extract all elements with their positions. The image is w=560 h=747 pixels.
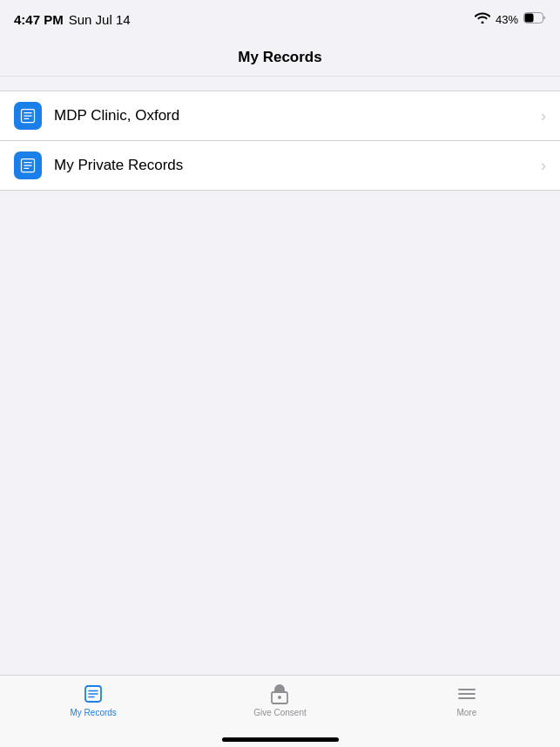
svg-point-15	[278, 696, 281, 699]
private-icon	[14, 151, 42, 179]
chevron-right-icon-2: ›	[541, 157, 546, 175]
home-indicator	[222, 737, 339, 742]
private-label: My Private Records	[54, 157, 534, 174]
tab-more-label: More	[456, 708, 476, 717]
battery-icon	[523, 11, 546, 27]
status-date: Sun Jul 14	[69, 12, 131, 27]
records-icon	[19, 107, 37, 124]
tab-consent-icon	[268, 683, 291, 705]
clinic-icon	[14, 102, 42, 130]
tab-more[interactable]: More	[374, 683, 560, 717]
tab-records-icon	[82, 683, 105, 705]
svg-rect-1	[525, 14, 534, 23]
chevron-right-icon: ›	[541, 107, 546, 125]
nav-title: My Records	[238, 49, 321, 66]
list-item-clinic[interactable]: MDP Clinic, Oxford ›	[0, 91, 560, 141]
tab-give-consent-label: Give Consent	[253, 708, 307, 717]
list-item-private[interactable]: My Private Records ›	[0, 141, 560, 190]
private-records-icon	[19, 157, 37, 174]
status-right: 43%	[475, 11, 546, 27]
battery-percentage: 43%	[496, 13, 518, 26]
records-list: MDP Clinic, Oxford › My Private Records …	[0, 91, 560, 191]
tab-more-icon	[455, 683, 478, 705]
status-left: 4:47 PM Sun Jul 14	[14, 12, 131, 27]
wifi-icon	[475, 11, 490, 27]
tab-my-records[interactable]: My Records	[0, 683, 186, 717]
tab-give-consent[interactable]: Give Consent	[186, 683, 373, 717]
status-bar: 4:47 PM Sun Jul 14 43%	[0, 0, 560, 38]
tab-my-records-label: My Records	[70, 708, 116, 717]
nav-bar: My Records	[0, 38, 560, 77]
clinic-label: MDP Clinic, Oxford	[54, 107, 534, 124]
status-time: 4:47 PM	[14, 12, 64, 27]
tab-bar: My Records Give Consent More	[0, 675, 560, 747]
